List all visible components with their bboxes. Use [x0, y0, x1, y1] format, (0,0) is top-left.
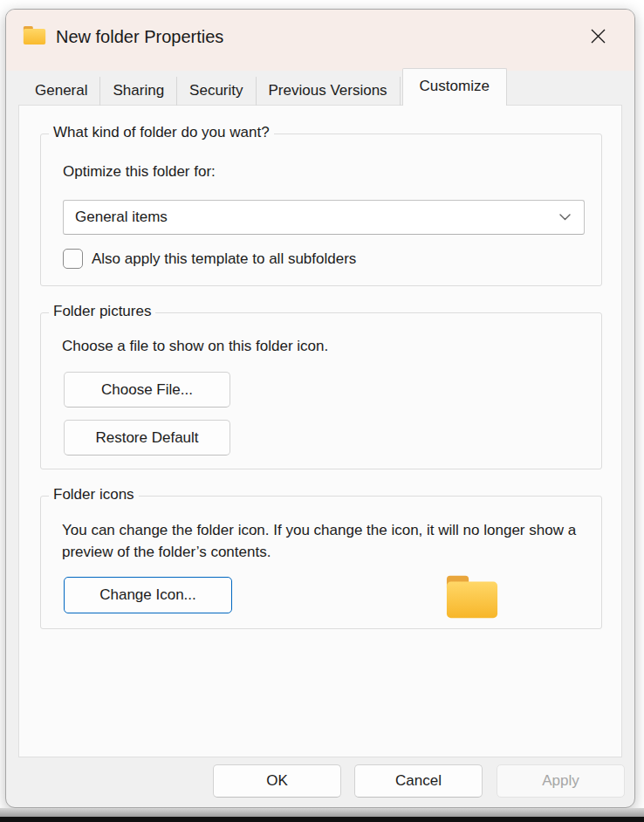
apply-button[interactable]: Apply [497, 764, 625, 798]
folder-icons-description: You can change the folder icon. If you c… [62, 519, 596, 563]
folder-icons-group-title: Folder icons [49, 486, 139, 503]
optimize-label: Optimize this folder for: [63, 163, 216, 181]
choose-file-button[interactable]: Choose File... [64, 372, 230, 408]
folder-pictures-group-title: Folder pictures [49, 303, 155, 320]
close-icon [588, 26, 608, 46]
close-button[interactable] [579, 19, 617, 52]
screen-edge-strip [0, 808, 644, 817]
cancel-button[interactable]: Cancel [354, 764, 483, 798]
optimize-folder-dropdown[interactable]: General items [63, 200, 585, 235]
tab-panel-customize: What kind of folder do you want? Optimiz… [18, 105, 622, 757]
tab-previous-versions[interactable]: Previous Versions [257, 77, 401, 106]
tab-strip: General Sharing Security Previous Versio… [23, 69, 507, 106]
properties-dialog: New folder Properties General Sharing Se… [5, 9, 635, 808]
tab-sharing[interactable]: Sharing [100, 77, 177, 106]
window-title: New folder Properties [56, 27, 223, 47]
folder-icon [23, 25, 46, 45]
screen-edge-bar [0, 817, 644, 822]
folder-preview-icon [445, 572, 499, 621]
dropdown-selected-value: General items [75, 209, 168, 226]
change-icon-button[interactable]: Change Icon... [64, 577, 232, 613]
folder-icons-group: Folder icons You can change the folder i… [40, 496, 602, 629]
title-bar[interactable]: New folder Properties [6, 10, 634, 71]
folder-pictures-group: Folder pictures Choose a file to show on… [40, 312, 602, 469]
folder-type-group-title: What kind of folder do you want? [49, 124, 274, 141]
ok-button[interactable]: OK [213, 764, 341, 798]
tab-customize[interactable]: Customize [402, 68, 507, 106]
subfolders-checkbox[interactable] [63, 249, 83, 269]
folder-pictures-description: Choose a file to show on this folder ico… [62, 338, 328, 355]
folder-type-group: What kind of folder do you want? Optimiz… [40, 134, 602, 286]
tab-security[interactable]: Security [177, 77, 256, 106]
restore-default-button[interactable]: Restore Default [64, 420, 230, 456]
chevron-down-icon [559, 214, 571, 221]
tab-general[interactable]: General [23, 77, 100, 106]
subfolders-checkbox-label[interactable]: Also apply this template to all subfolde… [92, 250, 356, 268]
